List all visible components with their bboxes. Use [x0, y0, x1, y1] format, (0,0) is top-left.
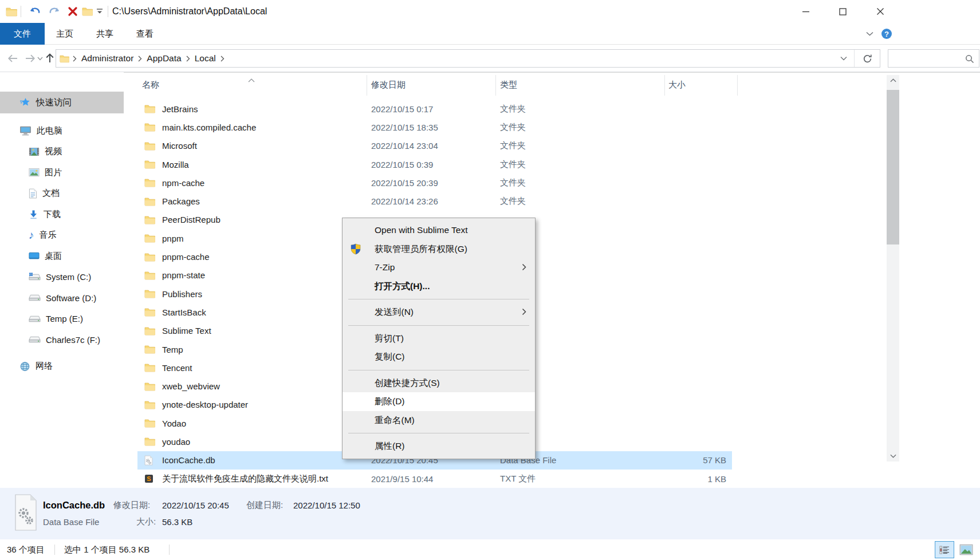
menu-item[interactable]: 发送到(N) — [343, 303, 535, 322]
details-created-label: 创建日期: — [246, 500, 283, 511]
maximize-button[interactable] — [829, 0, 856, 23]
sidebar-item[interactable]: 文档 — [0, 183, 124, 204]
view-thumbnails-button[interactable] — [957, 541, 976, 558]
file-size — [662, 322, 726, 340]
sidebar-item[interactable]: 网络 — [0, 356, 124, 377]
ribbon-tab-view[interactable]: 查看 — [125, 23, 165, 45]
folder-icon — [144, 345, 155, 354]
sidebar-item[interactable]: Temp (E:) — [0, 309, 124, 330]
file-row[interactable]: Microsoft2022/10/14 23:04文件夹 — [124, 137, 885, 155]
back-icon[interactable] — [5, 45, 21, 72]
menu-item[interactable]: 复制(C) — [343, 348, 535, 366]
folder-icon — [144, 141, 155, 151]
details-file-type: Data Base File — [43, 517, 99, 527]
file-name: xweb_webview — [162, 377, 363, 395]
ribbon-tab-share[interactable]: 共享 — [85, 23, 125, 45]
folder-icon — [144, 178, 155, 187]
file-row[interactable]: JetBrains2022/10/15 0:17文件夹 — [124, 100, 885, 118]
details-pane: IconCache.db 修改日期: 2022/10/15 20:45 创建日期… — [0, 488, 980, 539]
network-icon — [19, 361, 30, 372]
sidebar-item[interactable]: 桌面 — [0, 246, 124, 267]
close-button[interactable] — [867, 0, 894, 23]
file-date: 2022/10/15 0:17 — [371, 100, 491, 118]
folder-icon — [144, 160, 155, 169]
column-header-name[interactable]: 名称 — [142, 73, 159, 97]
file-size — [662, 211, 726, 229]
menu-item[interactable]: 打开方式(H)... — [343, 277, 535, 296]
menu-item[interactable]: 创建快捷方式(S) — [343, 374, 535, 393]
file-name: pnpm-state — [162, 266, 363, 285]
menu-item-label: 获取管理员所有权限(G) — [375, 244, 467, 254]
toolbar-folder-icon[interactable] — [80, 0, 94, 23]
column-divider[interactable] — [367, 75, 367, 96]
sidebar-item[interactable]: 视频 — [0, 141, 124, 163]
file-size — [662, 173, 726, 192]
breadcrumb-separator-icon[interactable] — [186, 56, 190, 62]
column-divider[interactable] — [495, 75, 496, 96]
breadcrumb-separator-icon[interactable] — [138, 56, 142, 62]
sidebar-item[interactable]: 下载 — [0, 204, 124, 225]
sidebar: 快速访问 此电脑视频图片文档下载♪音乐桌面System (C:)Software… — [0, 72, 124, 488]
menu-item[interactable]: 重命名(M) — [343, 411, 535, 430]
file-type: 文件夹 — [500, 192, 655, 210]
vertical-scrollbar[interactable] — [887, 75, 899, 462]
file-size — [662, 118, 726, 136]
breadcrumb-item[interactable]: Local — [190, 50, 221, 67]
ribbon-tab-file[interactable]: 文件 — [0, 23, 45, 45]
column-header-type[interactable]: 类型 — [500, 73, 517, 97]
scroll-down-icon[interactable] — [887, 451, 899, 462]
file-row[interactable]: S关于流氓软件免疫生成的隐藏文件夹说明.txt2021/9/15 10:44TX… — [124, 470, 885, 488]
help-icon[interactable]: ? — [879, 23, 895, 45]
minimize-button[interactable] — [793, 0, 819, 23]
menu-item[interactable]: Open with Sublime Text — [343, 221, 535, 240]
menu-item[interactable]: 删除(D) — [343, 392, 535, 411]
redo-icon[interactable] — [46, 0, 63, 23]
column-divider[interactable] — [737, 75, 738, 96]
refresh-icon[interactable] — [855, 50, 880, 67]
menu-item[interactable]: 剪切(T) — [343, 329, 535, 348]
sidebar-item[interactable]: ♪音乐 — [0, 225, 124, 246]
breadcrumb-separator-icon[interactable] — [221, 56, 225, 62]
menu-item[interactable]: 属性(R) — [343, 437, 535, 456]
scroll-up-icon[interactable] — [887, 75, 899, 86]
column-header-size[interactable]: 大小 — [668, 73, 686, 97]
sidebar-item[interactable]: Software (D:) — [0, 287, 124, 309]
details-created-value: 2022/10/15 12:50 — [293, 500, 360, 510]
breadcrumb-item[interactable]: AppData — [142, 50, 186, 67]
file-row[interactable]: npm-cache2022/10/15 20:39文件夹 — [124, 173, 885, 192]
address-bar[interactable]: AdministratorAppDataLocal — [56, 49, 880, 68]
search-input[interactable] — [892, 51, 961, 66]
menu-separator — [348, 370, 529, 370]
file-row[interactable]: Mozilla2022/10/15 0:39文件夹 — [124, 155, 885, 173]
column-divider[interactable] — [664, 75, 665, 96]
menu-separator — [348, 325, 529, 326]
menu-item[interactable]: 7-Zip — [343, 258, 535, 277]
menu-item[interactable]: 获取管理员所有权限(G) — [343, 240, 535, 259]
search-icon[interactable] — [965, 54, 974, 64]
ribbon-collapse-icon[interactable] — [861, 23, 877, 45]
view-details-button[interactable] — [935, 541, 954, 558]
sidebar-item-quick-access[interactable]: 快速访问 — [0, 92, 124, 113]
file-row[interactable]: Packages2022/10/14 23:26文件夹 — [124, 192, 885, 210]
address-dropdown-icon[interactable] — [833, 50, 854, 67]
breadcrumb-separator-icon[interactable] — [73, 56, 77, 62]
undo-icon[interactable] — [26, 0, 44, 23]
toolbar-dropdown-icon[interactable] — [94, 0, 105, 23]
breadcrumb-item[interactable]: Administrator — [77, 50, 138, 67]
ribbon-tab-home[interactable]: 主页 — [45, 23, 85, 45]
file-name: Packages — [162, 192, 363, 210]
sidebar-item[interactable]: 此电脑 — [0, 120, 124, 141]
sidebar-item[interactable]: System (C:) — [0, 267, 124, 288]
sidebar-item[interactable]: Charles7c (F:) — [0, 329, 124, 350]
scrollbar-thumb[interactable] — [887, 90, 899, 244]
file-size — [662, 192, 726, 210]
file-row[interactable]: main.kts.compiled.cache2022/10/15 18:35文… — [124, 118, 885, 136]
column-header-date[interactable]: 修改日期 — [371, 73, 406, 97]
drive-windows-icon — [29, 273, 41, 281]
delete-red-icon[interactable] — [64, 0, 81, 23]
file-size: 57 KB — [662, 451, 726, 470]
sidebar-item[interactable]: 图片 — [0, 162, 124, 183]
breadcrumb: AdministratorAppDataLocal — [69, 50, 833, 67]
file-name: Sublime Text — [162, 322, 363, 340]
folder-icon — [144, 419, 155, 428]
